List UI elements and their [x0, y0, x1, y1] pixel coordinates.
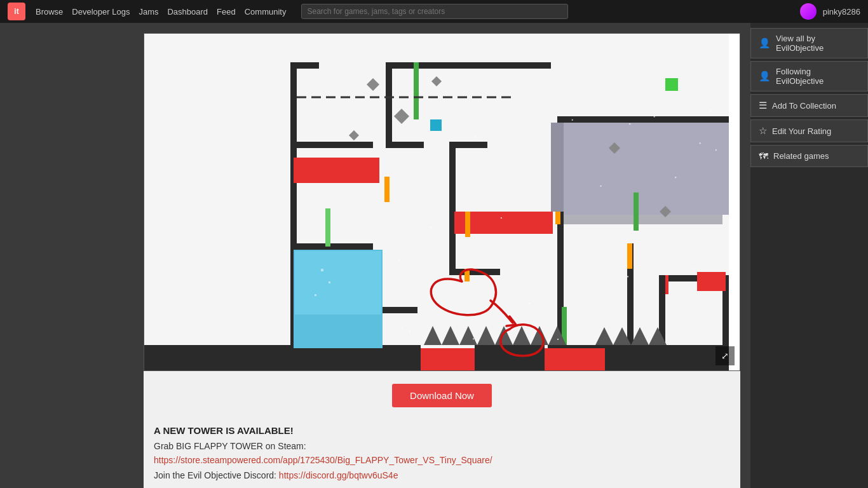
- discord-text: Join the Evil Objective Discord: https:/…: [154, 470, 730, 480]
- view-all-icon: 👤: [759, 37, 771, 49]
- nav-browse[interactable]: Browse: [36, 7, 63, 17]
- nav-dashboard[interactable]: Dashboard: [167, 7, 208, 17]
- related-games-icon: 🗺: [759, 151, 768, 161]
- nav-community[interactable]: Community: [245, 7, 287, 17]
- grab-text: Grab BIG FLAPPY TOWER on Steam:: [154, 441, 730, 451]
- add-collection-label: Add To Collection: [772, 101, 836, 111]
- game-view-canvas: [144, 34, 729, 370]
- download-area: Download Now: [144, 371, 740, 420]
- related-games-label: Related games: [773, 151, 829, 161]
- following-label: Following EvilObjective: [776, 67, 860, 86]
- main-content: ⤢ Download Now A NEW TOWER IS AVAILABLE!…: [0, 23, 750, 488]
- right-sidebar: 👤 View all by EvilObjective 👤 Following …: [750, 23, 868, 488]
- download-button[interactable]: Download Now: [392, 384, 492, 407]
- edit-rating-label: Edit Your Rating: [772, 126, 831, 136]
- avatar[interactable]: [800, 3, 817, 20]
- navbar-right: pinky8286: [800, 3, 860, 20]
- nav-feed[interactable]: Feed: [217, 7, 236, 17]
- navbar: it Browse Developer Logs Jams Dashboard …: [0, 0, 868, 23]
- nav-jams[interactable]: Jams: [139, 7, 158, 17]
- game-description: A NEW TOWER IS AVAILABLE! Grab BIG FLAPP…: [144, 420, 740, 488]
- add-collection-button[interactable]: ☰ Add To Collection: [750, 94, 868, 117]
- view-all-button[interactable]: 👤 View all by EvilObjective: [750, 28, 868, 58]
- announcement-title: A NEW TOWER IS AVAILABLE!: [154, 425, 730, 436]
- fullscreen-button[interactable]: ⤢: [715, 346, 735, 365]
- search-input[interactable]: [301, 4, 568, 19]
- add-collection-icon: ☰: [759, 100, 767, 111]
- site-logo[interactable]: it: [8, 3, 25, 20]
- steam-link[interactable]: https://store.steampowered.com/app/17254…: [154, 455, 730, 465]
- edit-rating-icon: ☆: [759, 125, 767, 137]
- game-canvas: [144, 34, 729, 370]
- view-all-label: View all by EvilObjective: [776, 34, 860, 53]
- edit-rating-button[interactable]: ☆ Edit Your Rating: [750, 119, 868, 142]
- following-icon: 👤: [759, 71, 771, 82]
- following-button[interactable]: 👤 Following EvilObjective: [750, 61, 868, 92]
- discord-link[interactable]: https://discord.gg/bqtwv6uS4e: [279, 470, 398, 480]
- nav-developer-logs[interactable]: Developer Logs: [72, 7, 130, 17]
- related-games-button[interactable]: 🗺 Related games: [750, 145, 868, 167]
- game-screenshot-container: ⤢: [144, 33, 740, 371]
- username-label: pinky8286: [823, 7, 860, 17]
- page-wrapper: ⤢ Download Now A NEW TOWER IS AVAILABLE!…: [0, 0, 868, 488]
- nav-links: Browse Developer Logs Jams Dashboard Fee…: [36, 7, 286, 17]
